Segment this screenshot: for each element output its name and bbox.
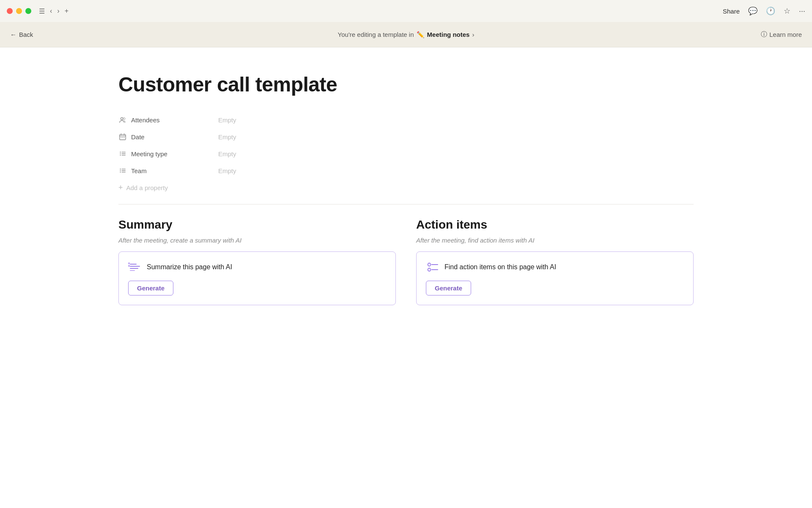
summary-card-title: Summarize this page with AI xyxy=(147,263,232,271)
property-meeting-type[interactable]: Meeting type Empty xyxy=(118,145,694,162)
svg-point-19 xyxy=(428,268,431,271)
attendees-label: Attendees xyxy=(118,116,211,124)
titlebar-right: Share 💬 🕐 ☆ ··· xyxy=(723,6,805,16)
editing-prefix: You're editing a template in xyxy=(338,31,414,38)
date-value: Empty xyxy=(218,133,236,141)
close-button[interactable] xyxy=(7,8,13,14)
hamburger-icon[interactable]: ☰ xyxy=(39,7,45,15)
action-items-card-header: Find action items on this page with AI xyxy=(426,260,684,274)
traffic-lights xyxy=(7,8,31,14)
svg-point-11 xyxy=(120,172,121,173)
svg-rect-14 xyxy=(130,268,138,269)
share-button[interactable]: Share xyxy=(723,8,740,15)
summarize-icon xyxy=(128,260,142,274)
list-icon-meeting-type xyxy=(118,149,127,158)
zoom-button[interactable] xyxy=(25,8,31,14)
svg-rect-16 xyxy=(128,262,130,264)
svg-point-6 xyxy=(120,152,121,152)
action-items-card-title: Find action items on this page with AI xyxy=(444,263,556,271)
svg-rect-12 xyxy=(130,264,137,265)
main-content: Customer call template Attendees Empty xyxy=(0,47,812,508)
summary-title: Summary xyxy=(118,218,396,232)
back-icon[interactable]: ‹ xyxy=(50,7,52,15)
new-tab-icon[interactable]: + xyxy=(65,7,69,15)
help-circle-icon: ⓘ xyxy=(761,30,767,39)
comments-icon[interactable]: 💬 xyxy=(748,6,757,16)
team-value: Empty xyxy=(218,167,236,174)
summary-generate-button[interactable]: Generate xyxy=(128,281,173,295)
banner: ← Back You're editing a template in ✏️ M… xyxy=(0,22,812,47)
back-label: Back xyxy=(19,31,33,38)
property-date[interactable]: Date Empty xyxy=(118,128,694,145)
more-options-icon[interactable]: ··· xyxy=(799,7,805,16)
svg-point-7 xyxy=(120,153,121,154)
add-property-button[interactable]: + Add a property xyxy=(118,182,694,194)
summary-section: Summary After the meeting, create a summ… xyxy=(118,218,396,305)
action-items-generate-button[interactable]: Generate xyxy=(426,281,471,295)
svg-rect-17 xyxy=(128,265,130,267)
notebook-name: Meeting notes xyxy=(427,31,470,38)
svg-rect-13 xyxy=(130,266,140,267)
svg-point-0 xyxy=(121,118,123,120)
attendees-value: Empty xyxy=(218,116,236,124)
summary-ai-card: Summarize this page with AI Generate xyxy=(118,251,396,305)
calendar-icon xyxy=(118,133,127,141)
add-property-label: Add a property xyxy=(126,184,168,191)
action-items-section: Action items After the meeting, find act… xyxy=(416,218,694,305)
learn-more-button[interactable]: ⓘ Learn more xyxy=(761,30,802,39)
team-text: Team xyxy=(131,167,147,174)
action-items-ai-card: Find action items on this page with AI G… xyxy=(416,251,694,305)
caret-icon: › xyxy=(472,31,474,38)
meeting-type-value: Empty xyxy=(218,150,236,157)
plus-icon: + xyxy=(118,183,123,192)
titlebar: ☰ ‹ › + Share 💬 🕐 ☆ ··· xyxy=(0,0,812,22)
team-label: Team xyxy=(118,166,211,175)
forward-icon[interactable]: › xyxy=(57,7,59,15)
svg-point-1 xyxy=(123,118,125,120)
svg-point-9 xyxy=(120,168,121,169)
svg-rect-5 xyxy=(124,137,125,138)
summary-card-header: Summarize this page with AI xyxy=(128,260,386,274)
action-items-icon xyxy=(426,260,439,274)
svg-point-18 xyxy=(428,263,431,266)
people-icon xyxy=(118,116,127,124)
back-button[interactable]: ← Back xyxy=(10,31,33,38)
history-icon[interactable]: 🕐 xyxy=(766,6,775,16)
banner-center: You're editing a template in ✏️ Meeting … xyxy=(338,31,475,39)
svg-point-8 xyxy=(120,155,121,156)
notebook-emoji: ✏️ xyxy=(417,31,425,39)
back-arrow-icon: ← xyxy=(10,31,16,38)
property-attendees[interactable]: Attendees Empty xyxy=(118,111,694,128)
svg-rect-3 xyxy=(121,137,122,138)
property-team[interactable]: Team Empty xyxy=(118,162,694,179)
date-text: Date xyxy=(131,133,145,141)
list-icon-team xyxy=(118,166,127,175)
action-items-title: Action items xyxy=(416,218,694,232)
learn-more-label: Learn more xyxy=(769,31,802,38)
minimize-button[interactable] xyxy=(16,8,22,14)
date-label: Date xyxy=(118,133,211,141)
meeting-type-label: Meeting type xyxy=(118,149,211,158)
svg-rect-15 xyxy=(130,270,135,271)
titlebar-controls: ☰ ‹ › + xyxy=(39,7,69,15)
page-title: Customer call template xyxy=(118,73,694,96)
favorite-icon[interactable]: ☆ xyxy=(784,6,790,16)
properties-list: Attendees Empty Date Empt xyxy=(118,111,694,194)
two-column-section: Summary After the meeting, create a summ… xyxy=(118,218,694,305)
svg-rect-4 xyxy=(122,137,123,138)
meeting-type-text: Meeting type xyxy=(131,150,167,157)
attendees-text: Attendees xyxy=(131,116,160,124)
action-items-subtitle: After the meeting, find action items wit… xyxy=(416,237,694,244)
svg-point-10 xyxy=(120,170,121,171)
section-divider xyxy=(118,204,694,204)
summary-subtitle: After the meeting, create a summary with… xyxy=(118,237,396,244)
